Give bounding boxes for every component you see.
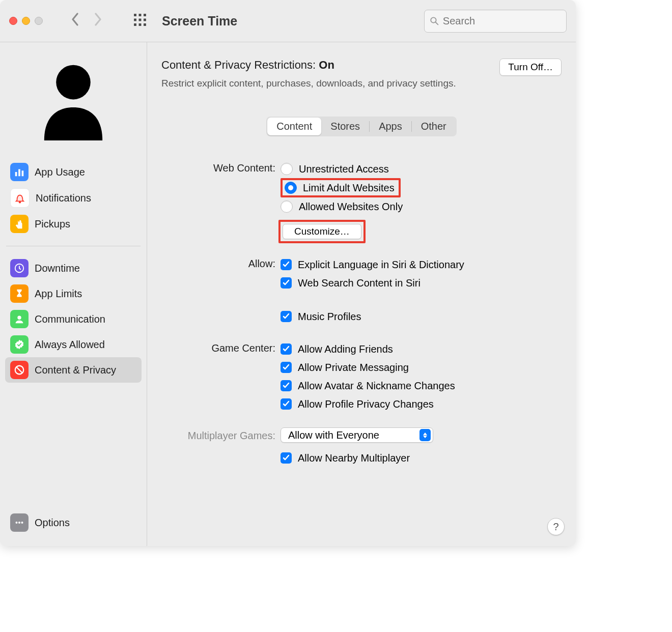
tab-stores[interactable]: Stores	[321, 118, 369, 135]
sidebar-item-label: App Limits	[35, 288, 82, 300]
radio-unrestricted[interactable]: Unrestricted Access	[281, 160, 562, 178]
svg-rect-2	[144, 14, 146, 16]
highlight-customize: Customize…	[278, 220, 366, 243]
svg-line-19	[17, 367, 22, 373]
toolbar: Screen Time	[0, 0, 576, 42]
check-adding-friends[interactable]: Allow Adding Friends	[281, 340, 562, 358]
svg-rect-6	[134, 23, 136, 26]
svg-rect-7	[139, 23, 142, 26]
radio-icon	[281, 163, 293, 175]
label-game-center: Game Center:	[161, 340, 281, 356]
check-nearby-multiplayer[interactable]: Allow Nearby Multiplayer	[281, 449, 562, 467]
search-field[interactable]	[424, 10, 567, 33]
sidebar-item-pickups[interactable]: Pickups	[5, 211, 142, 237]
sidebar-item-always-allowed[interactable]: Always Allowed	[5, 332, 142, 357]
sidebar-list-limits: Downtime App Limits Communication Always…	[0, 255, 147, 383]
sidebar-item-label: Pickups	[35, 218, 70, 230]
zoom-button[interactable]	[35, 17, 43, 25]
checkbox-icon	[281, 380, 292, 391]
svg-point-21	[18, 522, 20, 524]
window-controls	[9, 17, 43, 25]
svg-point-20	[15, 522, 17, 524]
svg-rect-4	[139, 19, 142, 21]
checkbox-icon	[281, 398, 292, 410]
svg-point-22	[21, 522, 23, 524]
clock-icon	[10, 259, 29, 277]
page-subtitle: Restrict explicit content, purchases, do…	[161, 78, 456, 89]
sidebar-item-content-privacy[interactable]: Content & Privacy	[5, 357, 142, 383]
label-allow: Allow:	[161, 255, 281, 272]
checkbox-icon	[281, 343, 292, 355]
help-button[interactable]: ?	[547, 518, 565, 535]
radio-icon	[285, 182, 297, 194]
check-explicit-language[interactable]: Explicit Language in Siri & Dictionary	[281, 255, 562, 274]
checkbox-icon	[281, 311, 292, 322]
sidebar-item-label: Downtime	[35, 263, 80, 274]
window-title: Screen Time	[162, 14, 237, 28]
sidebar-item-app-usage[interactable]: App Usage	[5, 159, 142, 185]
close-button[interactable]	[9, 17, 17, 25]
sidebar-item-downtime[interactable]: Downtime	[5, 255, 142, 281]
preferences-window: Screen Time App Usage	[0, 0, 576, 546]
tab-other[interactable]: Other	[412, 118, 456, 135]
chevron-up-down-icon	[419, 429, 431, 441]
bar-chart-icon	[10, 163, 29, 181]
sidebar-item-label: Content & Privacy	[35, 364, 116, 376]
show-all-icon[interactable]	[133, 13, 147, 28]
sidebar: App Usage Notifications Pickups	[0, 42, 147, 546]
tab-apps[interactable]: Apps	[370, 118, 411, 135]
svg-rect-8	[144, 23, 146, 26]
svg-point-17	[17, 316, 21, 320]
radio-allowed-only[interactable]: Allowed Websites Only	[281, 197, 562, 216]
main-panel: Content & Privacy Restrictions: On Restr…	[147, 42, 576, 546]
turn-off-button[interactable]: Turn Off…	[499, 59, 562, 76]
check-private-messaging[interactable]: Allow Private Messaging	[281, 358, 562, 377]
checkbox-icon	[281, 259, 292, 270]
sidebar-separator	[6, 246, 141, 246]
sidebar-item-app-limits[interactable]: App Limits	[5, 281, 142, 306]
search-input[interactable]	[442, 15, 561, 27]
hand-tap-icon	[10, 215, 29, 233]
person-circle-icon	[10, 310, 29, 328]
label-multiplayer-games: Multiplayer Games:	[161, 427, 281, 444]
sidebar-list-usage: App Usage Notifications Pickups	[0, 159, 147, 237]
check-music-profiles[interactable]: Music Profiles	[281, 307, 562, 326]
tab-content[interactable]: Content	[267, 118, 321, 135]
checkbox-icon	[281, 362, 292, 373]
svg-rect-12	[15, 172, 17, 176]
sidebar-item-notifications[interactable]: Notifications	[5, 185, 142, 211]
forward-button[interactable]	[94, 13, 102, 29]
radio-limit-adult[interactable]: Limit Adult Websites	[285, 180, 395, 195]
sidebar-item-communication[interactable]: Communication	[5, 306, 142, 332]
svg-rect-14	[22, 170, 24, 176]
select-multiplayer[interactable]: Allow with Everyone	[281, 427, 433, 443]
svg-rect-13	[18, 169, 20, 177]
sidebar-item-label: App Usage	[35, 166, 85, 178]
user-avatar	[0, 42, 147, 159]
minimize-button[interactable]	[22, 17, 30, 25]
search-icon	[430, 16, 439, 26]
sidebar-item-label: Notifications	[36, 192, 91, 204]
hourglass-icon	[10, 284, 29, 303]
segmented-control[interactable]: Content Stores Apps Other	[266, 117, 457, 136]
nav-arrows	[58, 13, 115, 29]
label-web-content: Web Content:	[161, 160, 281, 176]
sidebar-item-options[interactable]: Options	[5, 510, 142, 535]
svg-point-11	[56, 65, 91, 100]
check-avatar-nickname[interactable]: Allow Avatar & Nickname Changes	[281, 377, 562, 395]
customize-button[interactable]: Customize…	[283, 224, 361, 239]
back-button[interactable]	[71, 13, 79, 29]
ellipsis-icon	[10, 513, 29, 532]
highlight-limit-adult: Limit Adult Websites	[281, 178, 401, 197]
select-value: Allow with Everyone	[288, 429, 379, 441]
svg-line-10	[435, 22, 438, 24]
svg-rect-5	[144, 19, 146, 21]
svg-rect-0	[134, 14, 136, 16]
radio-icon	[281, 200, 293, 213]
check-web-search-siri[interactable]: Web Search Content in Siri	[281, 274, 562, 292]
page-title: Content & Privacy Restrictions: On	[161, 59, 456, 72]
check-profile-privacy[interactable]: Allow Profile Privacy Changes	[281, 395, 562, 413]
no-sign-icon	[10, 361, 29, 379]
svg-point-15	[19, 202, 21, 203]
sidebar-item-label: Options	[35, 517, 70, 529]
